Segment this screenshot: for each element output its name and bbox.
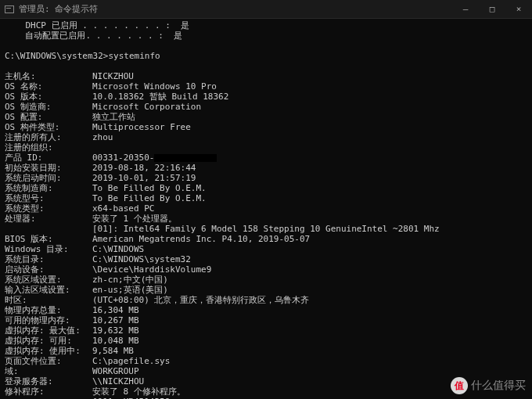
info-label: 虚拟内存: 可用:: [5, 336, 92, 346]
info-row: 虚拟内存: 最大值:19,632 MB: [5, 325, 527, 336]
info-label: 处理器:: [5, 214, 92, 224]
info-value: \Device\HarddiskVolume9: [92, 264, 527, 275]
info-row: [01]: Intel64 Family 6 Model 158 Steppin…: [5, 224, 527, 234]
info-row: BIOS 版本:American Megatrends Inc. P4.10, …: [5, 234, 527, 244]
info-value: 安装了 8 个修补程序。: [92, 386, 527, 397]
info-label: 系统类型:: [5, 203, 92, 214]
info-value: American Megatrends Inc. P4.10, 2019-05-…: [92, 234, 527, 244]
info-label: 可用的物理内存:: [5, 315, 92, 325]
info-value: 00331-20350-: [92, 153, 527, 163]
info-label: 虚拟内存: 最大值:: [5, 325, 92, 336]
minimize-button[interactable]: —: [452, 0, 479, 19]
info-value: Microsoft Corporation: [92, 102, 527, 112]
info-row: 登录服务器:\\NICKZHOU: [5, 376, 527, 386]
info-label: OS 版本:: [5, 92, 92, 102]
info-value: 10.0.18362 暂缺 Build 18362: [92, 92, 527, 102]
terminal-line: [5, 41, 527, 51]
info-row: 修补程序:安装了 8 个修补程序。: [5, 386, 527, 397]
info-value: Microsoft Windows 10 Pro: [92, 81, 527, 92]
info-label: OS 名称:: [5, 81, 92, 92]
info-row: 时区:(UTC+08:00) 北京，重庆，香港特别行政区，乌鲁木齐: [5, 295, 527, 305]
info-value: To Be Filled By O.E.M.: [92, 193, 527, 203]
info-value: 9,584 MB: [92, 346, 527, 356]
info-label: [5, 224, 92, 234]
info-row: 系统区域设置:zh-cn;中文(中国): [5, 275, 527, 285]
info-row: 启动设备:\Device\HarddiskVolume9: [5, 264, 527, 275]
info-value: NICKZHOU: [92, 71, 527, 81]
info-row: 产品 ID:00331-20350-: [5, 153, 527, 163]
titlebar-left: 管理员: 命令提示符: [5, 3, 98, 15]
info-row: 系统型号:To Be Filled By O.E.M.: [5, 193, 527, 203]
info-row: 系统目录:C:\WINDOWS\system32: [5, 254, 527, 264]
info-label: 产品 ID:: [5, 153, 92, 163]
info-value: (UTC+08:00) 北京，重庆，香港特别行政区，乌鲁木齐: [92, 295, 527, 305]
info-label: Windows 目录:: [5, 244, 92, 254]
info-row: 虚拟内存: 可用:10,048 MB: [5, 336, 527, 346]
info-row: 输入法区域设置:en-us;英语(美国): [5, 285, 527, 295]
terminal-line: C:\WINDOWS\system32>systeminfo: [5, 51, 527, 61]
terminal-line: [5, 61, 527, 71]
info-row: 系统制造商:To Be Filled By O.E.M.: [5, 183, 527, 193]
info-label: 物理内存总量:: [5, 305, 92, 315]
info-row: OS 制造商:Microsoft Corporation: [5, 102, 527, 112]
info-value: [92, 142, 527, 153]
info-row: 注册的组织:: [5, 142, 527, 153]
info-label: 域:: [5, 366, 92, 376]
info-label: 系统制造商:: [5, 183, 92, 193]
info-row: 物理内存总量:16,304 MB: [5, 305, 527, 315]
cmd-icon: [5, 5, 14, 13]
redacted-block: [154, 154, 217, 162]
info-label: 修补程序:: [5, 386, 92, 397]
info-value: x64-based PC: [92, 203, 527, 214]
info-row: OS 配置:独立工作站: [5, 112, 527, 122]
info-row: OS 构件类型:Multiprocessor Free: [5, 122, 527, 132]
info-row: 注册的所有人:zhou: [5, 132, 527, 142]
info-label: OS 制造商:: [5, 102, 92, 112]
info-value: To Be Filled By O.E.M.: [92, 183, 527, 193]
info-row: OS 名称:Microsoft Windows 10 Pro: [5, 81, 527, 92]
close-button[interactable]: ×: [505, 0, 532, 19]
info-value: 16,304 MB: [92, 305, 527, 315]
info-value: WORKGROUP: [92, 366, 527, 376]
info-value: C:\WINDOWS: [92, 244, 527, 254]
maximize-button[interactable]: □: [479, 0, 505, 19]
info-label: BIOS 版本:: [5, 234, 92, 244]
info-value: en-us;英语(美国): [92, 285, 527, 295]
terminal-output[interactable]: DHCP 已启用 . . . . . . . . : 是 自动配置已启用. . …: [0, 19, 532, 399]
info-row: 虚拟内存: 使用中:9,584 MB: [5, 346, 527, 356]
info-label: 注册的所有人:: [5, 132, 92, 142]
info-row: Windows 目录:C:\WINDOWS: [5, 244, 527, 254]
info-row: 主机名:NICKZHOU: [5, 71, 527, 81]
info-value: C:\pagefile.sys: [92, 356, 527, 366]
info-value: 10,048 MB: [92, 336, 527, 346]
info-label: 系统区域设置:: [5, 275, 92, 285]
info-label: 系统启动时间:: [5, 173, 92, 183]
info-label: OS 构件类型:: [5, 122, 92, 132]
window-title: 管理员: 命令提示符: [19, 3, 98, 15]
info-label: 虚拟内存: 使用中:: [5, 346, 92, 356]
info-row: 系统类型:x64-based PC: [5, 203, 527, 214]
info-row: 系统启动时间:2019-10-01, 21:57:19: [5, 173, 527, 183]
info-value: 安装了 1 个处理器。: [92, 214, 527, 224]
info-row: 初始安装日期:2019-08-18, 22:16:44: [5, 163, 527, 173]
info-value: 2019-08-18, 22:16:44: [92, 163, 527, 173]
info-label: 主机名:: [5, 71, 92, 81]
info-value: zh-cn;中文(中国): [92, 275, 527, 285]
info-row: 可用的物理内存:10,267 MB: [5, 315, 527, 325]
info-label: 输入法区域设置:: [5, 285, 92, 295]
info-value: [01]: Intel64 Family 6 Model 158 Steppin…: [92, 224, 527, 234]
info-row: 域:WORKGROUP: [5, 366, 527, 376]
info-label: 时区:: [5, 295, 92, 305]
terminal-line: DHCP 已启用 . . . . . . . . : 是: [5, 20, 527, 31]
info-row: OS 版本:10.0.18362 暂缺 Build 18362: [5, 92, 527, 102]
info-label: OS 配置:: [5, 112, 92, 122]
info-row: 页面文件位置:C:\pagefile.sys: [5, 356, 527, 366]
info-row: 处理器:安装了 1 个处理器。: [5, 214, 527, 224]
info-label: 初始安装日期:: [5, 163, 92, 173]
info-label: 系统目录:: [5, 254, 92, 264]
info-value: 10,267 MB: [92, 315, 527, 325]
info-value: 2019-10-01, 21:57:19: [92, 173, 527, 183]
info-label: 登录服务器:: [5, 376, 92, 386]
info-value: zhou: [92, 132, 527, 142]
info-value: 19,632 MB: [92, 325, 527, 336]
